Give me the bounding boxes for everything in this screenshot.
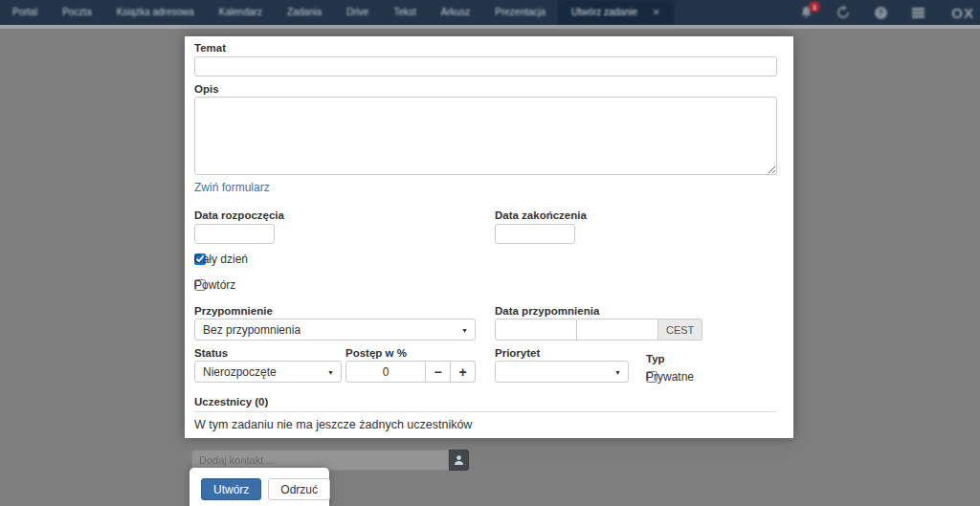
- start-date-label: Data rozpoczęcia: [194, 209, 284, 221]
- app-topbar: Portal Poczta Książka adresowa Kalendarz…: [0, 0, 980, 25]
- reminder-date-label: Data przypomnienia: [495, 305, 599, 317]
- discard-button[interactable]: Odrzuć: [268, 478, 330, 500]
- tab-create-task[interactable]: Utwórz zadanie ✕: [558, 0, 673, 25]
- priority-label: Priorytet: [495, 347, 540, 359]
- status-label: Status: [194, 347, 228, 359]
- chevron-down-icon: ▼: [327, 368, 334, 375]
- tab-drive[interactable]: Drive: [334, 0, 381, 25]
- action-buttons-spotlight: Utwórz Odrzuć: [189, 468, 329, 506]
- help-icon[interactable]: ?: [873, 5, 888, 20]
- progress-label: Postęp w %: [345, 347, 407, 359]
- chevron-down-icon: ▼: [614, 368, 621, 375]
- tab-calendar[interactable]: Kalendarz: [207, 0, 275, 25]
- reminder-select-value: Bez przypomnienia: [203, 323, 301, 337]
- all-day-row[interactable]: Cały dzień: [194, 253, 206, 265]
- repeat-row[interactable]: Powtórz: [194, 279, 206, 291]
- create-button[interactable]: Utwórz: [201, 478, 261, 500]
- subject-label: Temat: [194, 42, 226, 54]
- repeat-label: Powtórz: [194, 278, 235, 292]
- tab-portal[interactable]: Portal: [0, 0, 50, 25]
- create-task-dialog: Temat Opis Zwiń formularz Data rozpoczęc…: [185, 36, 793, 438]
- notifications-bell-icon[interactable]: 1: [798, 5, 813, 20]
- reminder-time-input[interactable]: [577, 319, 658, 341]
- close-tab-icon[interactable]: ✕: [653, 0, 660, 25]
- tab-mail[interactable]: Poczta: [50, 0, 104, 25]
- refresh-icon[interactable]: [835, 5, 851, 20]
- tab-presentation[interactable]: Prezentacja: [482, 0, 558, 25]
- all-day-label: Cały dzień: [194, 253, 248, 266]
- participants-header: Uczestnicy (0): [194, 396, 268, 407]
- tab-text[interactable]: Tekst: [381, 0, 428, 25]
- participants-divider: [194, 411, 777, 412]
- private-label: Prywatne: [646, 370, 694, 384]
- toolbar-strip: [0, 25, 980, 29]
- chevron-down-icon: ▼: [461, 326, 468, 333]
- reminder-select[interactable]: Bez przypomnienia ▼: [194, 319, 476, 341]
- progress-input[interactable]: [345, 361, 426, 383]
- end-date-label: Data zakończenia: [495, 209, 587, 221]
- description-label: Opis: [194, 83, 219, 95]
- tab-addressbook[interactable]: Książka adresowa: [104, 0, 207, 25]
- tab-spreadsheet[interactable]: Arkusz: [429, 0, 483, 25]
- participants-empty-text: W tym zadaniu nie ma jeszcze żadnych ucz…: [194, 418, 472, 431]
- type-label: Typ: [646, 353, 665, 364]
- private-row[interactable]: Prywatne: [646, 371, 657, 383]
- notifications-badge: 1: [809, 1, 820, 12]
- end-date-input[interactable]: [495, 224, 575, 244]
- address-book-icon[interactable]: [449, 450, 469, 471]
- progress-plus-button[interactable]: +: [451, 361, 476, 383]
- reminder-date-input[interactable]: [495, 319, 577, 341]
- ox-logo: OX: [951, 5, 974, 21]
- subject-input[interactable]: [194, 56, 777, 77]
- settings-menu-icon[interactable]: [910, 5, 925, 20]
- description-textarea[interactable]: [194, 97, 777, 175]
- priority-select[interactable]: ▼: [495, 361, 629, 383]
- progress-stepper: − +: [345, 361, 476, 383]
- status-select-value: Nierozpoczęte: [203, 365, 277, 379]
- tab-create-task-label: Utwórz zadanie: [571, 0, 637, 25]
- start-date-input[interactable]: [194, 224, 275, 244]
- reminder-date-group: CEST: [495, 319, 702, 341]
- collapse-form-link[interactable]: Zwiń formularz: [194, 181, 270, 194]
- status-select[interactable]: Nierozpoczęte ▼: [194, 361, 342, 383]
- progress-minus-button[interactable]: −: [426, 361, 451, 383]
- timezone-button[interactable]: CEST: [658, 319, 702, 341]
- tab-tasks[interactable]: Zadania: [275, 0, 334, 25]
- reminder-label: Przypomnienie: [194, 305, 273, 317]
